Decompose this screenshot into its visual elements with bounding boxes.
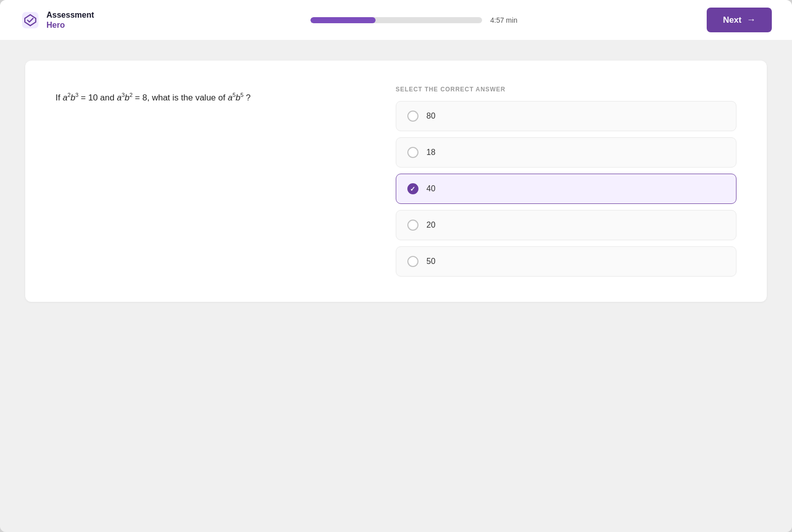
progress-bar-fill: [310, 17, 376, 23]
options-list: 80 18 40 20: [396, 101, 736, 277]
radio-20: [407, 220, 418, 231]
screen: Assessment Hero 4:57 min Next → If a2b3 …: [0, 0, 792, 532]
logo-icon: [20, 10, 40, 30]
option-value-80: 80: [427, 112, 436, 121]
option-value-40: 40: [427, 184, 436, 193]
question-section: If a2b3 = 10 and a3b2 = 8, what is the v…: [56, 86, 365, 277]
option-18[interactable]: 18: [396, 137, 736, 168]
radio-40: [407, 183, 418, 194]
option-value-20: 20: [427, 221, 436, 230]
option-value-18: 18: [427, 148, 436, 157]
logo-text: Assessment Hero: [46, 10, 94, 29]
progress-bar: [310, 17, 482, 23]
next-button-label: Next: [723, 15, 742, 25]
question-card: If a2b3 = 10 and a3b2 = 8, what is the v…: [25, 61, 767, 302]
option-40[interactable]: 40: [396, 174, 736, 204]
logo-line2: Hero: [46, 20, 94, 30]
next-button[interactable]: Next →: [707, 8, 772, 32]
timer-display: 4:57 min: [490, 16, 517, 24]
answer-section: SELECT THE CORRECT ANSWER 80 18: [396, 86, 736, 277]
option-value-50: 50: [427, 257, 436, 266]
main-content: If a2b3 = 10 and a3b2 = 8, what is the v…: [0, 40, 792, 532]
question-text: If a2b3 = 10 and a3b2 = 8, what is the v…: [56, 91, 251, 104]
option-20[interactable]: 20: [396, 210, 736, 240]
arrow-right-icon: →: [747, 15, 756, 25]
logo-line1: Assessment: [46, 10, 94, 20]
logo-area: Assessment Hero: [20, 10, 121, 30]
radio-50: [407, 256, 418, 267]
option-80[interactable]: 80: [396, 101, 736, 131]
answer-section-label: SELECT THE CORRECT ANSWER: [396, 86, 736, 93]
progress-area: 4:57 min: [121, 16, 707, 24]
header: Assessment Hero 4:57 min Next →: [0, 0, 792, 40]
option-50[interactable]: 50: [396, 246, 736, 277]
radio-18: [407, 147, 418, 158]
radio-80: [407, 111, 418, 122]
